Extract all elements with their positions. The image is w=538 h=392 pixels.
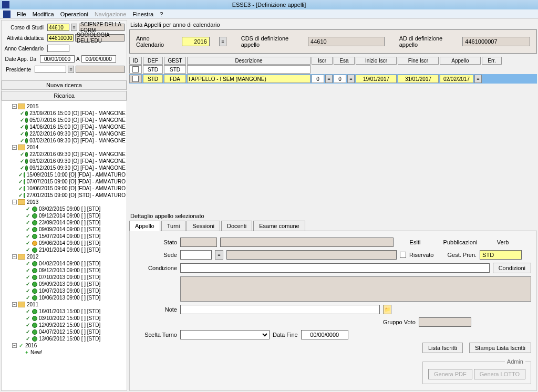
row-checkbox[interactable] <box>132 66 139 73</box>
menu-operazioni[interactable]: Operazioni <box>60 11 88 17</box>
tree-item[interactable]: ✓10/06/2015 09:00 [O] [FDA] - AMMATURO <box>3 185 126 192</box>
scelta-turno-select[interactable] <box>180 330 270 339</box>
collapse-icon[interactable]: − <box>12 302 17 307</box>
collapse-icon[interactable]: − <box>12 145 17 150</box>
cell-desc <box>187 65 311 74</box>
anno-input[interactable] <box>47 45 69 52</box>
sede-lookup-button[interactable]: ≡ <box>215 250 223 260</box>
tree-item[interactable]: ✓04/07/2012 15:00 [ ] [STD] <box>3 328 126 335</box>
col-inizio[interactable]: Inizio Iscr <box>356 57 397 65</box>
menu-help[interactable]: ? <box>160 11 163 17</box>
tree-year[interactable]: −2015 <box>3 103 126 110</box>
data-fine-input[interactable]: 00/00/0000 <box>301 330 348 339</box>
menu-finestra[interactable]: Finestra <box>132 11 153 17</box>
tree-item[interactable]: ✓27/01/2015 09:00 [O] [STD] - AMMATURO <box>3 192 126 199</box>
tree-item[interactable]: ✓03/02/2016 09:30 [O] [FDA] - MANGONE <box>3 158 126 164</box>
col-fine[interactable]: Fine Iscr <box>398 57 439 65</box>
tree-item[interactable]: ✓10/06/2013 09:00 [ ] [STD] <box>3 294 126 301</box>
tab-turni[interactable]: Turni <box>161 221 186 231</box>
tree-year[interactable]: −2014 <box>3 144 126 151</box>
col-iscr[interactable]: Iscr <box>312 57 333 65</box>
appello-lookup-button[interactable]: ≡ <box>474 75 482 83</box>
tree-item[interactable]: ✓10/07/2013 09:00 [ ] [STD] <box>3 287 126 294</box>
tree-year[interactable]: −✓2016 <box>3 342 126 349</box>
date-da-input[interactable]: 00/00/0000 <box>40 55 75 63</box>
tree-year[interactable]: −2013 <box>3 199 126 205</box>
note-folder-button[interactable]: 📁 <box>383 305 391 314</box>
tree-year[interactable]: −2012 <box>3 253 126 260</box>
esa-lookup-button[interactable]: ≡ <box>347 75 355 83</box>
tree-item[interactable]: ✓23/09/2016 15:00 [O] [FDA] - MANGONE <box>3 110 126 117</box>
tree-item[interactable]: ✓03/10/2012 15:00 [ ] [STD] <box>3 315 126 322</box>
tree-item[interactable]: ✓13/06/2012 15:00 [ ] [STD] <box>3 335 126 342</box>
genera-lotto-button[interactable]: Genera LOTTO <box>474 369 525 379</box>
col-desc[interactable]: Descrizione <box>187 57 311 65</box>
tab-esame-comune[interactable]: Esame comune <box>253 221 305 231</box>
tree-item[interactable]: ✓16/01/2013 15:00 [ ] [STD] <box>3 308 126 315</box>
tree-item[interactable]: ✓03/02/2015 09:00 [ ] [STD] <box>3 205 126 212</box>
tab-appello[interactable]: Appello <box>129 221 160 231</box>
grid-row-selected[interactable]: STD FDA I APPELLO - I SEM (MANGONE) 0 ≡ … <box>129 74 537 84</box>
tree-item[interactable]: ✓09/09/2014 09:00 [ ] [STD] <box>3 226 126 233</box>
col-err[interactable]: Err. <box>482 57 502 65</box>
tree-item[interactable]: ✓07/10/2013 09:00 [ ] [STD] <box>3 274 126 281</box>
anno-cal-input[interactable]: 2016 <box>182 37 209 46</box>
tree-item[interactable]: ✓03/02/2016 09:30 [O] [FDA] - MANGONE <box>3 137 126 144</box>
anno-cal-lookup-button[interactable]: ≡ <box>219 37 226 46</box>
collapse-icon[interactable]: − <box>12 343 17 348</box>
tree-item[interactable]: ✓09/12/2013 09:00 [ ] [STD] <box>3 267 126 274</box>
col-def[interactable]: DEF <box>143 57 163 65</box>
menu-file[interactable]: File <box>17 11 26 17</box>
appelli-tree[interactable]: −2015✓23/09/2016 15:00 [O] [FDA] - MANGO… <box>2 100 127 390</box>
nuova-ricerca-button[interactable]: Nuova ricerca <box>2 80 127 90</box>
row-checkbox[interactable] <box>132 76 139 82</box>
collapse-icon[interactable]: − <box>12 254 17 259</box>
condizione-input[interactable] <box>180 263 490 273</box>
tree-item[interactable]: ✓07/07/2015 09:00 [O] [FDA] - AMMATURO <box>3 178 126 185</box>
condizioni-button[interactable]: Condizioni <box>493 263 531 273</box>
tree-item[interactable]: ✓22/02/2016 09:30 [O] [FDA] - MANGONE <box>3 130 126 137</box>
col-id[interactable]: ID <box>129 57 142 65</box>
tree-item[interactable]: ✓21/01/2014 09:00 [ ] [STD] <box>3 246 126 253</box>
note-input[interactable] <box>180 305 380 314</box>
tree-item[interactable]: ✓09/06/2014 09:00 [ ] [STD] <box>3 240 126 246</box>
presidente-lookup-button[interactable]: ≡ <box>68 66 74 73</box>
tree-item[interactable]: ✓09/12/2015 09:30 [O] [FDA] - MANGONE <box>3 164 126 171</box>
tree-item[interactable]: ✓14/06/2016 15:00 [O] [FDA] - MANGONE <box>3 123 126 130</box>
corso-lookup-button[interactable]: ≡ <box>71 24 77 31</box>
corso-code-input[interactable]: 44610 <box>47 24 69 31</box>
grid-row[interactable]: STD STD <box>129 65 537 74</box>
iscr-lookup-button[interactable]: ≡ <box>325 75 333 83</box>
tree-item[interactable]: ✓09/09/2013 09:00 [ ] [STD] <box>3 281 126 287</box>
genera-pdf-button[interactable]: Genera PDF <box>428 369 472 379</box>
tree-item[interactable]: ✓12/09/2012 15:00 [ ] [STD] <box>3 322 126 328</box>
tree-item[interactable]: ✓22/02/2016 09:30 [O] [FDA] - MANGONE <box>3 151 126 158</box>
lista-iscritti-button[interactable]: Lista Iscritti <box>422 343 463 353</box>
sede-code-input[interactable] <box>180 250 212 260</box>
tree-item[interactable]: ✓15/07/2014 09:00 [ ] [STD] <box>3 233 126 240</box>
tree-item[interactable]: ✓15/09/2015 10:00 [O] [FDA] - AMMATURO <box>3 171 126 178</box>
tree-item[interactable]: ✓05/07/2016 15:00 [O] [FDA] - MANGONE <box>3 117 126 123</box>
ad-code-input[interactable]: 44610000 <box>47 34 74 42</box>
tab-sessioni[interactable]: Sessioni <box>187 221 220 231</box>
tree-item[interactable]: ✓23/09/2014 09:00 [ ] [STD] <box>3 219 126 226</box>
collapse-icon[interactable]: − <box>12 200 17 204</box>
tree-item[interactable]: ✓04/02/2014 09:00 [ ] [STD] <box>3 260 126 267</box>
tab-docenti[interactable]: Docenti <box>221 221 252 231</box>
condizione-textarea[interactable] <box>180 276 531 302</box>
presidente-input[interactable] <box>35 66 66 73</box>
gest-pren-field[interactable]: STD <box>480 250 522 260</box>
ricarica-button[interactable]: Ricarica <box>2 91 127 100</box>
stampa-lista-button[interactable]: Stampa Lista Iscritti <box>469 343 531 353</box>
tree-item[interactable]: ✓09/12/2014 09:00 [ ] [STD] <box>3 212 126 219</box>
col-gest[interactable]: GEST <box>164 57 186 65</box>
tree-year[interactable]: −2011 <box>3 301 126 308</box>
date-a-input[interactable]: 00/00/0000 <box>81 55 116 63</box>
col-esa[interactable]: Esa <box>334 57 355 65</box>
menu-navigazione[interactable]: Navigazione <box>95 11 127 17</box>
tree-new-item[interactable]: ✦New! <box>3 349 126 356</box>
menu-modifica[interactable]: Modifica <box>33 11 54 17</box>
riservato-checkbox[interactable] <box>400 252 406 258</box>
collapse-icon[interactable]: − <box>12 104 17 109</box>
col-appello[interactable]: Appello <box>440 57 481 65</box>
